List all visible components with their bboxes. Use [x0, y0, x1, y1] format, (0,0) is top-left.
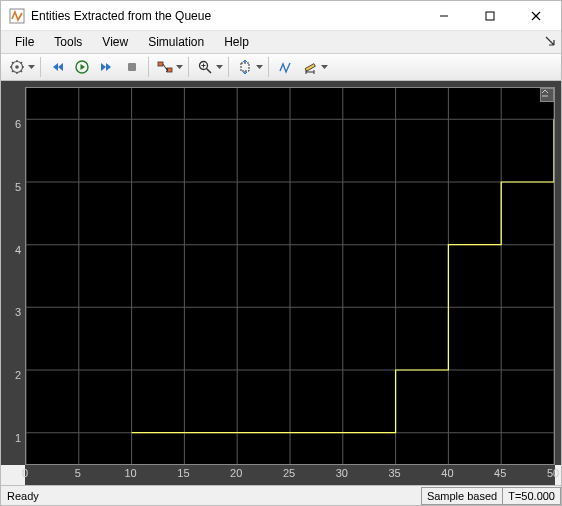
- triggers-button[interactable]: [273, 56, 297, 78]
- separator: [268, 57, 269, 77]
- close-button[interactable]: [513, 1, 559, 31]
- dock-icon[interactable]: [545, 35, 555, 49]
- y-tick: 2: [15, 369, 21, 381]
- menu-simulation[interactable]: Simulation: [138, 33, 214, 51]
- x-tick: 50: [547, 467, 559, 479]
- y-tick: 3: [15, 306, 21, 318]
- autoscale-dropdown[interactable]: [255, 65, 264, 70]
- y-tick: 6: [15, 118, 21, 130]
- highlight-dropdown[interactable]: [175, 65, 184, 70]
- zoom-button[interactable]: [193, 56, 217, 78]
- measurements-button[interactable]: [298, 56, 322, 78]
- x-tick: 30: [336, 467, 348, 479]
- menubar: File Tools View Simulation Help: [1, 31, 561, 53]
- svg-rect-2: [486, 12, 494, 20]
- separator: [188, 57, 189, 77]
- x-tick: 15: [177, 467, 189, 479]
- statusbar: Ready Sample based T=50.000: [1, 485, 561, 505]
- svg-rect-17: [158, 62, 163, 66]
- measurements-dropdown[interactable]: [320, 65, 329, 70]
- toolbar: [1, 53, 561, 81]
- stop-button[interactable]: [120, 56, 144, 78]
- app-icon: [9, 8, 25, 24]
- x-tick: 0: [22, 467, 28, 479]
- highlight-block-button[interactable]: [153, 56, 177, 78]
- svg-line-14: [12, 71, 13, 72]
- maximize-axes-icon[interactable]: [540, 88, 554, 102]
- y-axis: 123456: [1, 87, 25, 465]
- separator: [228, 57, 229, 77]
- plot-area[interactable]: [25, 87, 555, 465]
- y-tick: 1: [15, 432, 21, 444]
- svg-rect-23: [241, 63, 249, 71]
- menu-file[interactable]: File: [5, 33, 44, 51]
- plot-container: 123456: [1, 81, 561, 465]
- x-axis: 05101520253035404550: [25, 465, 555, 485]
- y-tick: 5: [15, 181, 21, 193]
- configure-button[interactable]: [5, 56, 29, 78]
- window-title: Entities Extracted from the Queue: [31, 9, 421, 23]
- separator: [148, 57, 149, 77]
- configure-dropdown[interactable]: [27, 65, 36, 70]
- x-tick: 35: [388, 467, 400, 479]
- x-tick: 45: [494, 467, 506, 479]
- svg-line-11: [12, 62, 13, 63]
- autoscale-button[interactable]: [233, 56, 257, 78]
- maximize-button[interactable]: [467, 1, 513, 31]
- status-ready: Ready: [7, 490, 39, 502]
- menu-help[interactable]: Help: [214, 33, 259, 51]
- svg-line-20: [207, 69, 212, 74]
- step-back-button[interactable]: [45, 56, 69, 78]
- menu-view[interactable]: View: [92, 33, 138, 51]
- svg-line-13: [21, 62, 22, 63]
- status-time: T=50.000: [502, 487, 561, 505]
- x-tick: 10: [124, 467, 136, 479]
- x-tick: 20: [230, 467, 242, 479]
- step-forward-button[interactable]: [95, 56, 119, 78]
- svg-point-6: [15, 65, 19, 69]
- x-tick: 25: [283, 467, 295, 479]
- svg-line-12: [21, 71, 22, 72]
- menu-tools[interactable]: Tools: [44, 33, 92, 51]
- separator: [40, 57, 41, 77]
- run-button[interactable]: [70, 56, 94, 78]
- status-mode: Sample based: [421, 487, 503, 505]
- y-tick: 4: [15, 244, 21, 256]
- x-tick: 5: [75, 467, 81, 479]
- zoom-dropdown[interactable]: [215, 65, 224, 70]
- svg-rect-16: [128, 63, 136, 71]
- x-tick: 40: [441, 467, 453, 479]
- titlebar: Entities Extracted from the Queue: [1, 1, 561, 31]
- minimize-button[interactable]: [421, 1, 467, 31]
